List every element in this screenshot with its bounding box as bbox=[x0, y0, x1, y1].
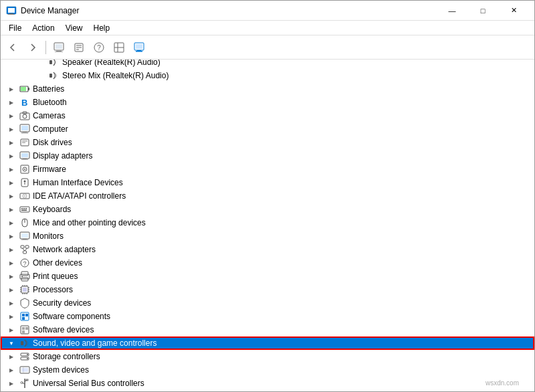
svg-rect-73 bbox=[23, 288, 27, 292]
expand-arrow-ide[interactable]: ▶ bbox=[6, 191, 17, 201]
tree-item-display[interactable]: ▶Display adapters bbox=[1, 149, 534, 163]
svg-rect-7 bbox=[55, 52, 63, 52]
expand-arrow-system[interactable]: ▶ bbox=[6, 365, 17, 375]
expand-arrow-security[interactable]: ▶ bbox=[6, 298, 17, 308]
expand-arrow-disk[interactable]: ▶ bbox=[6, 137, 17, 148]
expand-arrow-network[interactable]: ▶ bbox=[6, 244, 17, 255]
expand-arrow-speaker[interactable] bbox=[35, 60, 46, 68]
device-label-system: System devices bbox=[33, 365, 89, 375]
expand-arrow-stereomix[interactable] bbox=[35, 70, 46, 81]
tree-item-software[interactable]: ▶Software components bbox=[1, 310, 534, 323]
toolbar-view-button[interactable] bbox=[110, 38, 128, 57]
tree-item-security[interactable]: ▶Security devices bbox=[1, 296, 534, 310]
device-label-computer: Computer bbox=[33, 124, 68, 134]
svg-rect-59 bbox=[23, 239, 27, 239]
toolbar-computer-button[interactable] bbox=[130, 38, 148, 57]
tree-item-firmware[interactable]: ▶Firmware bbox=[1, 163, 534, 176]
menu-file[interactable]: File bbox=[3, 22, 27, 34]
expand-arrow-mice[interactable]: ▶ bbox=[6, 217, 17, 228]
svg-rect-93 bbox=[22, 330, 25, 333]
tree-item-processors[interactable]: ▶Processors bbox=[1, 283, 534, 296]
tree-item-network[interactable]: ▶Network adapters bbox=[1, 243, 534, 256]
menu-action[interactable]: Action bbox=[27, 22, 60, 34]
tree-item-cameras[interactable]: ▶Cameras bbox=[1, 109, 534, 122]
tree-item-bluetooth[interactable]: ▶BBluetooth bbox=[1, 96, 534, 109]
tree-item-mice[interactable]: ▶Mice and other pointing devices bbox=[1, 216, 534, 229]
tree-item-hid[interactable]: ▶Human Interface Devices bbox=[1, 176, 534, 189]
tree-item-softdev[interactable]: ▶Software devices bbox=[1, 323, 534, 336]
expand-arrow-software[interactable]: ▶ bbox=[6, 311, 17, 322]
toolbar-help-button[interactable]: ? bbox=[90, 38, 108, 57]
device-label-hid: Human Interface Devices bbox=[33, 178, 123, 187]
svg-rect-100 bbox=[21, 368, 28, 372]
svg-text:B: B bbox=[21, 98, 27, 108]
tree-item-computer[interactable]: ▶Computer bbox=[1, 122, 534, 136]
tree-item-monitors[interactable]: ▶Monitors bbox=[1, 229, 534, 243]
device-icon-security bbox=[19, 298, 31, 308]
device-icon-speaker bbox=[48, 60, 60, 68]
device-label-storage: Storage controllers bbox=[33, 352, 100, 361]
svg-rect-61 bbox=[21, 246, 24, 248]
tree-item-speaker[interactable]: Speaker (Realtek(R) Audio) bbox=[1, 60, 534, 69]
tree-item-stereomix[interactable]: Stereo Mix (Realtek(R) Audio) bbox=[1, 69, 534, 82]
tree-item-storage[interactable]: ▶Storage controllers bbox=[1, 350, 534, 363]
toolbar-update-button[interactable] bbox=[70, 38, 88, 57]
svg-rect-53 bbox=[25, 208, 27, 209]
toolbar: ? bbox=[1, 35, 534, 60]
svg-rect-54 bbox=[21, 210, 27, 211]
toolbar-back-button[interactable] bbox=[3, 38, 22, 57]
expand-arrow-print[interactable]: ▶ bbox=[6, 271, 17, 282]
tree-item-other[interactable]: ▶?Other devices bbox=[1, 256, 534, 270]
svg-point-98 bbox=[27, 358, 28, 359]
tree-item-keyboards[interactable]: ▶Keyboards bbox=[1, 203, 534, 216]
svg-rect-24 bbox=[28, 88, 29, 90]
svg-rect-40 bbox=[21, 159, 28, 160]
device-label-software: Software components bbox=[33, 312, 110, 321]
expand-arrow-sound[interactable]: ▼ bbox=[6, 338, 17, 349]
toolbar-forward-button[interactable] bbox=[23, 38, 42, 57]
device-icon-monitors bbox=[19, 231, 31, 241]
device-tree[interactable]: Speaker (Realtek(R) Audio)Stereo Mix (Re… bbox=[1, 60, 534, 391]
expand-arrow-batteries[interactable]: ▶ bbox=[6, 84, 17, 94]
menu-view[interactable]: View bbox=[60, 22, 88, 34]
device-icon-computer bbox=[19, 124, 31, 134]
minimize-button[interactable]: — bbox=[437, 1, 467, 21]
expand-arrow-bluetooth[interactable]: ▶ bbox=[6, 97, 17, 108]
maximize-button[interactable]: □ bbox=[467, 1, 498, 21]
expand-arrow-keyboards[interactable]: ▶ bbox=[6, 204, 17, 215]
expand-arrow-processors[interactable]: ▶ bbox=[6, 284, 17, 295]
close-button[interactable]: ✕ bbox=[498, 1, 529, 21]
device-icon-mice bbox=[19, 217, 31, 228]
menu-help[interactable]: Help bbox=[88, 22, 116, 34]
device-icon-hid bbox=[19, 177, 31, 188]
svg-point-45 bbox=[24, 181, 26, 183]
tree-item-system[interactable]: ▶System devices bbox=[1, 363, 534, 377]
expand-arrow-softdev[interactable]: ▶ bbox=[6, 324, 17, 335]
device-label-monitors: Monitors bbox=[33, 231, 64, 241]
tree-item-usb[interactable]: ▶Universal Serial Bus controllers bbox=[1, 377, 534, 390]
svg-rect-68 bbox=[21, 272, 28, 276]
svg-rect-62 bbox=[25, 246, 29, 248]
expand-arrow-other[interactable]: ▶ bbox=[6, 258, 17, 268]
menu-bar: File Action View Help bbox=[1, 21, 534, 35]
toolbar-properties-button[interactable] bbox=[49, 38, 68, 57]
device-icon-display bbox=[19, 151, 31, 161]
expand-arrow-hid[interactable]: ▶ bbox=[6, 177, 17, 188]
svg-rect-50 bbox=[20, 207, 29, 212]
tree-item-disk[interactable]: ▶Disk drives bbox=[1, 136, 534, 149]
expand-arrow-cameras[interactable]: ▶ bbox=[6, 110, 17, 121]
tree-item-batteries[interactable]: ▶Batteries bbox=[1, 82, 534, 96]
device-label-disk: Disk drives bbox=[33, 138, 72, 147]
expand-arrow-storage[interactable]: ▶ bbox=[6, 351, 17, 362]
expand-arrow-display[interactable]: ▶ bbox=[6, 151, 17, 161]
tree-item-sound[interactable]: ▼Sound, video and game controllers bbox=[1, 336, 534, 350]
device-icon-other: ? bbox=[19, 258, 31, 268]
expand-arrow-firmware[interactable]: ▶ bbox=[6, 164, 17, 175]
expand-arrow-computer[interactable]: ▶ bbox=[6, 124, 17, 134]
expand-arrow-monitors[interactable]: ▶ bbox=[6, 231, 17, 241]
tree-item-print[interactable]: ▶Print queues bbox=[1, 270, 534, 283]
content-area: Speaker (Realtek(R) Audio)Stereo Mix (Re… bbox=[1, 60, 534, 391]
svg-point-49 bbox=[24, 195, 25, 197]
expand-arrow-usb[interactable]: ▶ bbox=[6, 378, 17, 389]
tree-item-ide[interactable]: ▶IDE ATA/ATAPI controllers bbox=[1, 189, 534, 203]
